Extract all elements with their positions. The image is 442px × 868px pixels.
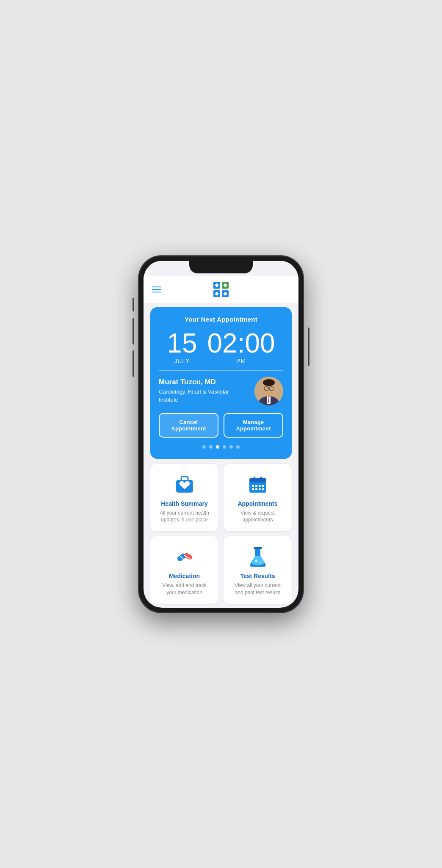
appointments-card[interactable]: Appointments View & request appointments (224, 464, 292, 532)
svg-rect-32 (262, 485, 264, 487)
svg-rect-5 (216, 284, 218, 287)
grid-section-row2: Medication View, add and track your medi… (144, 536, 298, 604)
date-block: 15 JULY (167, 330, 197, 364)
doctor-row: Murat Tuzcu, MD Cardiology, Heart & Vasc… (159, 377, 283, 405)
date-number: 15 (167, 330, 197, 357)
svg-rect-34 (255, 488, 257, 490)
dot-1[interactable] (202, 445, 206, 449)
hospital-logo-icon (212, 280, 230, 299)
date-time-row: 15 JULY 02:00 PM (159, 330, 283, 364)
svg-point-18 (263, 379, 275, 386)
doctor-avatar-svg (254, 377, 283, 405)
side-button-vol-up (133, 318, 134, 344)
phone-frame: Your Next Appointment 15 JULY 02:00 PM (138, 256, 304, 613)
appointments-desc: View & request appointments (230, 510, 285, 524)
dot-4[interactable] (223, 445, 226, 449)
dot-3[interactable] (216, 445, 219, 449)
svg-rect-7 (224, 284, 226, 287)
appointments-icon (247, 473, 269, 495)
health-summary-card[interactable]: Health Summary All your current health u… (150, 464, 218, 532)
svg-rect-36 (262, 488, 264, 490)
doctor-info: Murat Tuzcu, MD Cardiology, Heart & Vasc… (159, 378, 235, 403)
svg-point-22 (262, 388, 264, 391)
time-number: 02:00 (207, 330, 275, 357)
medication-card[interactable]: Medication View, add and track your medi… (150, 536, 218, 604)
svg-rect-9 (216, 292, 218, 295)
medication-icon (174, 546, 196, 568)
test-results-icon (247, 546, 269, 568)
pagination-dots (159, 445, 283, 449)
side-button-mute (133, 298, 134, 311)
test-results-desc: View all your current and past test resu… (230, 582, 285, 596)
menu-button[interactable] (152, 287, 161, 292)
phone-wrapper: Your Next Appointment 15 JULY 02:00 PM (138, 256, 304, 613)
doctor-specialty: Cardiology, Heart & Vascular Institute (159, 388, 235, 403)
cancel-appointment-button[interactable]: Cancel Appointment (159, 413, 218, 438)
svg-rect-26 (249, 478, 266, 482)
medication-desc: View, add and track your medication (157, 582, 212, 596)
logo-container (212, 280, 230, 299)
svg-point-23 (273, 388, 276, 391)
svg-rect-16 (268, 398, 269, 403)
svg-rect-11 (224, 292, 226, 295)
time-block: 02:00 PM (207, 330, 275, 364)
medication-title: Medication (169, 573, 200, 579)
svg-point-42 (255, 559, 257, 562)
svg-rect-27 (254, 477, 255, 480)
test-results-card[interactable]: Test Results View all your current and p… (224, 536, 292, 604)
appointment-card: Your Next Appointment 15 JULY 02:00 PM (150, 307, 292, 459)
dot-5[interactable] (229, 445, 233, 449)
health-summary-icon (174, 473, 196, 495)
svg-rect-29 (252, 485, 254, 487)
time-period: PM (207, 358, 275, 364)
screen-content: Your Next Appointment 15 JULY 02:00 PM (144, 261, 298, 608)
manage-appointment-button[interactable]: Manage Appointment (224, 413, 283, 438)
card-buttons: Cancel Appointment Manage Appointment (159, 413, 283, 438)
appointment-card-title: Your Next Appointment (159, 316, 283, 323)
svg-rect-30 (255, 485, 257, 487)
health-summary-title: Health Summary (161, 500, 207, 507)
doctor-avatar (254, 377, 283, 405)
svg-rect-31 (259, 485, 261, 487)
svg-point-43 (260, 562, 261, 563)
svg-rect-33 (252, 488, 254, 490)
dot-6[interactable] (236, 445, 240, 449)
grid-section-row1: Health Summary All your current health u… (144, 464, 298, 532)
svg-rect-39 (183, 552, 193, 561)
health-summary-desc: All your current health updates in one p… (157, 510, 212, 524)
side-button-power (308, 328, 309, 366)
doctor-name: Murat Tuzcu, MD (159, 378, 235, 386)
side-button-vol-down (133, 350, 134, 377)
dot-2[interactable] (209, 445, 213, 449)
app-header (144, 276, 298, 303)
svg-rect-41 (254, 547, 262, 549)
card-divider (159, 370, 283, 371)
test-results-title: Test Results (240, 573, 275, 579)
svg-rect-35 (259, 488, 261, 490)
svg-rect-28 (260, 477, 262, 480)
notch (189, 261, 253, 273)
appointments-title: Appointments (238, 500, 277, 507)
date-month: JULY (167, 358, 197, 364)
phone-screen: Your Next Appointment 15 JULY 02:00 PM (144, 261, 298, 608)
